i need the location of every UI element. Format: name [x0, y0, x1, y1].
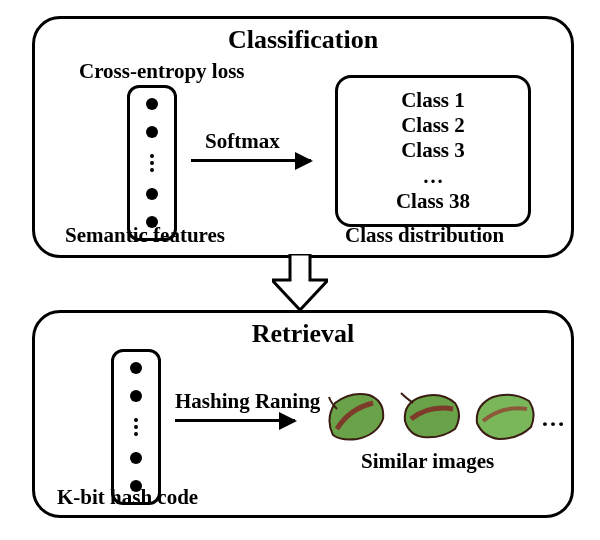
- class-distribution-label: Class distribution: [345, 223, 504, 248]
- ellipsis-icon: [134, 418, 138, 436]
- dot-icon: [146, 98, 158, 110]
- class-distribution-box: Class 1 Class 2 Class 3 … Class 38: [335, 75, 531, 227]
- leaf-image-3: [471, 389, 539, 441]
- dot-icon: [146, 126, 158, 138]
- softmax-label: Softmax: [205, 129, 280, 154]
- class-3: Class 3: [358, 138, 508, 163]
- class-1: Class 1: [358, 88, 508, 113]
- ellipsis-icon: [150, 154, 154, 172]
- hash-code-label: K-bit hash code: [57, 485, 198, 510]
- semantic-features-vector: [127, 85, 177, 241]
- arrow-right-icon: [191, 159, 311, 162]
- hash-code-vector: [111, 349, 161, 505]
- similar-images-label: Similar images: [361, 449, 494, 474]
- dot-icon: [130, 452, 142, 464]
- cross-entropy-label: Cross-entropy loss: [79, 59, 245, 84]
- retrieval-title: Retrieval: [35, 319, 571, 349]
- class-dots: …: [358, 164, 508, 189]
- classification-panel: Classification Cross-entropy loss Semant…: [32, 16, 574, 258]
- class-2: Class 2: [358, 113, 508, 138]
- arrow-right-icon: [175, 419, 295, 422]
- classification-title: Classification: [35, 25, 571, 55]
- trailing-ellipsis: …: [541, 405, 565, 432]
- dot-icon: [130, 362, 142, 374]
- leaf-image-1: [323, 389, 391, 441]
- semantic-features-label: Semantic features: [65, 223, 225, 248]
- leaf-image-2: [397, 389, 465, 441]
- dot-icon: [146, 188, 158, 200]
- arrow-down-icon: [272, 254, 328, 310]
- hashing-raning-label: Hashing Raning: [175, 389, 320, 414]
- retrieval-panel: Retrieval K-bit hash code Hashing Raning: [32, 310, 574, 518]
- class-38: Class 38: [358, 189, 508, 214]
- dot-icon: [130, 390, 142, 402]
